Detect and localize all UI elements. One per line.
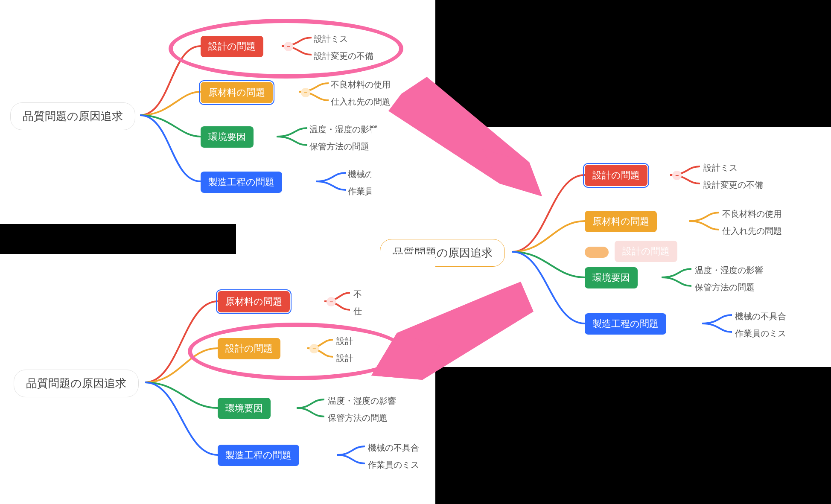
leaf-text: 仕 xyxy=(353,306,362,317)
leaf-text: 仕入れ先の問題 xyxy=(331,96,391,108)
branch-design[interactable]: 設計の問題 xyxy=(585,165,647,186)
leaf-text: 不良材料の使用 xyxy=(331,79,391,90)
leaf-text: 保管方法の問題 xyxy=(695,282,755,293)
leaf-text: 不良材料の使用 xyxy=(722,208,782,220)
leaf-text: 保管方法の問題 xyxy=(309,141,369,152)
leaf-text: 保管方法の問題 xyxy=(328,412,388,424)
leaf-text: 不 xyxy=(353,288,362,300)
mindmap-panel-3: 品質問題の原因追求 原材料の問題 − 不 仕 設計の問題 − 設計 設計 環境要… xyxy=(0,254,435,504)
mask-top-right xyxy=(435,0,831,127)
drag-ghost-node[interactable]: 設計の問題 xyxy=(615,241,677,262)
branch-env[interactable]: 環境要因 xyxy=(201,126,254,148)
mask-mid-left xyxy=(0,224,236,254)
leaf-text: 設計ミス xyxy=(314,33,348,45)
leaf-text: 機械の不具合 xyxy=(368,442,419,454)
leaf-text: 作業員のミス xyxy=(368,459,419,471)
leaf-text: 温度・湿度の影響 xyxy=(328,395,396,407)
branch-process[interactable]: 製造工程の問題 xyxy=(218,445,299,466)
leaf-text: 機械の xyxy=(348,169,373,180)
leaf-text: 設計 xyxy=(336,335,353,347)
root-node[interactable]: 品質問題の原因追求 xyxy=(10,102,135,130)
collapse-toggle[interactable]: − xyxy=(284,42,293,51)
collapse-toggle[interactable]: − xyxy=(327,297,336,306)
drag-insertion-indicator xyxy=(585,247,609,258)
branch-design[interactable]: 設計の問題 xyxy=(218,338,280,359)
mindmap-panel-2: 品質問題の原因追求 設計の問題 − 設計ミス 設計変更の不備 原材料の問題 不良… xyxy=(371,128,831,367)
branch-design[interactable]: 設計の問題 xyxy=(201,36,263,57)
mindmap-panel-1: 品質問題の原因追求 設計の問題 − 設計ミス 設計変更の不備 原材料の問題 − … xyxy=(0,0,435,222)
branch-env[interactable]: 環境要因 xyxy=(585,267,638,288)
collapse-toggle[interactable]: − xyxy=(301,88,310,97)
leaf-text: 設計変更の不備 xyxy=(703,179,763,191)
leaf-text: 作業員 xyxy=(348,186,373,197)
branch-env[interactable]: 環境要因 xyxy=(218,398,271,419)
leaf-text: 温度・湿度の影響 xyxy=(309,124,378,135)
leaf-text: 設計ミス xyxy=(703,162,738,174)
branch-process[interactable]: 製造工程の問題 xyxy=(201,172,282,193)
collapse-toggle[interactable]: − xyxy=(672,171,682,180)
leaf-text: 温度・湿度の影響 xyxy=(695,265,763,276)
root-node[interactable]: 品質問題の原因追求 xyxy=(14,370,139,397)
diagram-stage: 品質問題の原因追求 設計の問題 − 設計ミス 設計変更の不備 原材料の問題 − … xyxy=(0,0,831,504)
branch-material[interactable]: 原材料の問題 xyxy=(201,82,273,103)
leaf-text: 仕入れ先の問題 xyxy=(722,225,782,237)
mask-bottom-right xyxy=(435,366,831,504)
branch-material[interactable]: 原材料の問題 xyxy=(218,291,290,312)
collapse-toggle[interactable]: − xyxy=(309,344,319,353)
leaf-text: 機械の不具合 xyxy=(735,311,786,322)
leaf-text: 設計 xyxy=(336,353,353,364)
leaf-text: 作業員のミス xyxy=(735,328,786,339)
branch-material[interactable]: 原材料の問題 xyxy=(585,211,657,232)
branch-process[interactable]: 製造工程の問題 xyxy=(585,313,666,335)
leaf-text: 設計変更の不備 xyxy=(314,50,373,62)
